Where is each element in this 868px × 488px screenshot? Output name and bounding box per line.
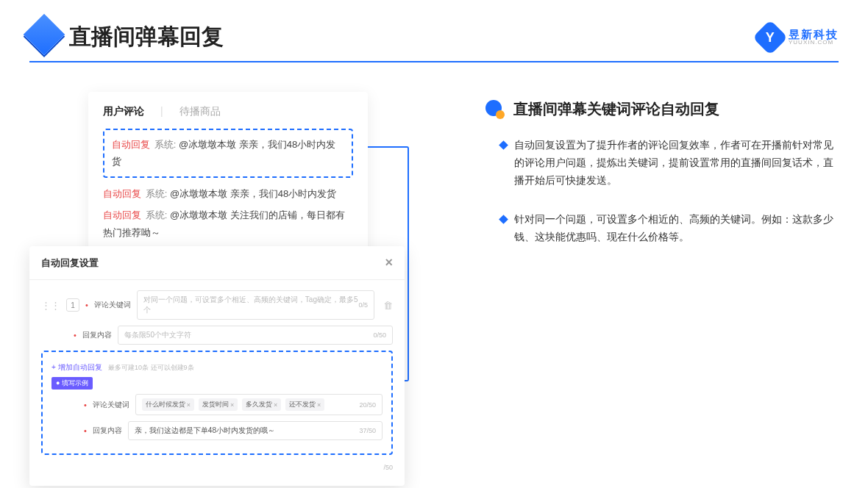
chip-remove-icon[interactable]: × (187, 401, 191, 409)
logo-icon: Y (753, 19, 788, 54)
keyword-input[interactable]: 对同一个问题，可设置多个相近、高频的关键词，Tag确定，最多5个 0/5 (137, 290, 374, 320)
page-title: 直播间弹幕回复 (69, 22, 224, 52)
section-header: 直播间弹幕关键词评论自动回复 (485, 99, 839, 119)
required-marker: • (74, 331, 77, 340)
tab-pending-products[interactable]: 待播商品 (179, 105, 221, 118)
char-count: 0/50 (373, 331, 386, 339)
keyword-label: 评论关键词 (94, 300, 131, 310)
cube-icon (24, 13, 65, 55)
close-icon[interactable]: × (385, 255, 393, 270)
logo-text-en: YUUXIN.COM (789, 40, 839, 46)
char-count: 20/50 (359, 401, 376, 409)
section-title: 直播间弹幕关键词评论自动回复 (513, 99, 719, 119)
example-content-input[interactable]: 亲，我们这边都是下单48小时内发货的哦～ 37/50 (128, 421, 383, 440)
chip-remove-icon[interactable]: × (274, 401, 277, 409)
diamond-icon (499, 215, 508, 225)
example-keyword-row: • 评论关键词 什么时候发货× 发货时间× 多久发货× 还不发货× 20/50 (84, 394, 383, 415)
system-label: 系统: (146, 188, 168, 199)
add-row: + 增加自动回复 最多可建10条 还可以创建9条 (51, 359, 383, 373)
delete-icon[interactable]: 🗑 (383, 300, 393, 311)
example-highlight: + 增加自动回复 最多可建10条 还可以创建9条 ● 填写示例 • 评论关键词 … (41, 351, 393, 455)
bullet-item: 针对同一个问题，可设置多个相近的、高频的关键词。例如：这款多少钱、这块能优惠吗、… (500, 211, 839, 246)
content-row: • 回复内容 每条限50个中文字符 0/50 (74, 326, 393, 345)
auto-reply-settings-panel: 自动回复设置 × ⋮⋮ 1 • 评论关键词 对同一个问题，可设置多个相近、高频的… (29, 246, 405, 486)
content-label: 回复内容 (93, 426, 122, 436)
description-column: 直播间弹幕关键词评论自动回复 自动回复设置为了提升作者的评论回复效率，作者可在开… (441, 92, 839, 452)
page-header: 直播间弹幕回复 Y 昱新科技 YUUXIN.COM (0, 0, 868, 61)
bullet-text: 针对同一个问题，可设置多个相近的、高频的关键词。例如：这款多少钱、这块能优惠吗、… (514, 211, 839, 246)
required-marker: • (84, 426, 87, 435)
panel-header: 自动回复设置 × (29, 246, 405, 280)
outer-count: /50 (383, 464, 393, 471)
input-value: 亲，我们这边都是下单48小时内发货的哦～ (135, 426, 275, 436)
content-label: 回复内容 (82, 330, 112, 340)
keyword-chip[interactable]: 发货时间× (199, 398, 238, 411)
highlighted-comment: 自动回复 系统: @冰墩墩本墩 亲亲，我们48小时内发货 (103, 129, 353, 178)
tabs: 用户评论 | 待播商品 (103, 105, 353, 118)
drag-handle-icon[interactable]: ⋮⋮ (41, 300, 60, 311)
bullet-item: 自动回复设置为了提升作者的评论回复效率，作者可在开播前针对常见的评论用户问题，提… (500, 137, 839, 189)
auto-reply-tag: 自动回复 (112, 139, 150, 150)
keyword-chip[interactable]: 多久发货× (242, 398, 281, 411)
auto-reply-tag: 自动回复 (103, 188, 141, 199)
comment-text: @冰墩墩本墩 亲亲，我们48小时内发货 (170, 188, 336, 199)
system-label: 系统: (146, 209, 168, 220)
tab-divider: | (160, 105, 163, 118)
logo-text-cn: 昱新科技 (789, 29, 839, 40)
chip-remove-icon[interactable]: × (230, 401, 234, 409)
keyword-chip[interactable]: 还不发货× (285, 398, 324, 411)
panel-title: 自动回复设置 (41, 256, 99, 270)
add-info-text: 最多可建10条 还可以创建9条 (108, 364, 194, 371)
required-marker: • (84, 401, 87, 409)
example-badge: ● 填写示例 (51, 377, 93, 390)
diamond-icon (499, 140, 508, 150)
brand-logo: Y 昱新科技 YUUXIN.COM (758, 25, 839, 50)
keyword-label: 评论关键词 (93, 400, 129, 410)
add-auto-reply-link[interactable]: + 增加自动回复 (51, 363, 102, 371)
example-keyword-input[interactable]: 什么时候发货× 发货时间× 多久发货× 还不发货× 20/50 (135, 394, 383, 415)
bubble-icon (485, 100, 505, 119)
auto-reply-tag: 自动回复 (103, 209, 141, 220)
comment-row: 自动回复 系统: @冰墩墩本墩 亲亲，我们48小时内发货 (103, 185, 353, 202)
tab-user-comments[interactable]: 用户评论 (103, 105, 144, 118)
rule-index: 1 (66, 298, 79, 312)
system-label: 系统: (154, 139, 177, 150)
input-placeholder: 每条限50个中文字符 (124, 330, 191, 340)
required-marker: • (85, 301, 88, 309)
input-placeholder: 对同一个问题，可设置多个相近、高频的关键词，Tag确定，最多5个 (143, 295, 359, 315)
keyword-row: ⋮⋮ 1 • 评论关键词 对同一个问题，可设置多个相近、高频的关键词，Tag确定… (41, 290, 393, 320)
bullet-text: 自动回复设置为了提升作者的评论回复效率，作者可在开播前针对常见的评论用户问题，提… (514, 137, 839, 189)
screenshot-column: 用户评论 | 待播商品 自动回复 系统: @冰墩墩本墩 亲亲，我们48小时内发货… (29, 92, 441, 452)
char-count: 0/5 (358, 301, 368, 309)
logo-letter: Y (766, 29, 775, 45)
content-input[interactable]: 每条限50个中文字符 0/50 (118, 326, 393, 345)
comment-row: 自动回复 系统: @冰墩墩本墩 关注我们的店铺，每日都有热门推荐呦～ (103, 207, 353, 241)
comment-row: 自动回复 系统: @冰墩墩本墩 亲亲，我们48小时内发货 (112, 136, 344, 171)
chip-remove-icon[interactable]: × (317, 401, 321, 409)
char-count: 37/50 (359, 427, 376, 434)
example-content-row: • 回复内容 亲，我们这边都是下单48小时内发货的哦～ 37/50 (84, 421, 383, 440)
keyword-chip[interactable]: 什么时候发货× (142, 398, 194, 411)
comments-panel: 用户评论 | 待播商品 自动回复 系统: @冰墩墩本墩 亲亲，我们48小时内发货… (88, 92, 368, 257)
